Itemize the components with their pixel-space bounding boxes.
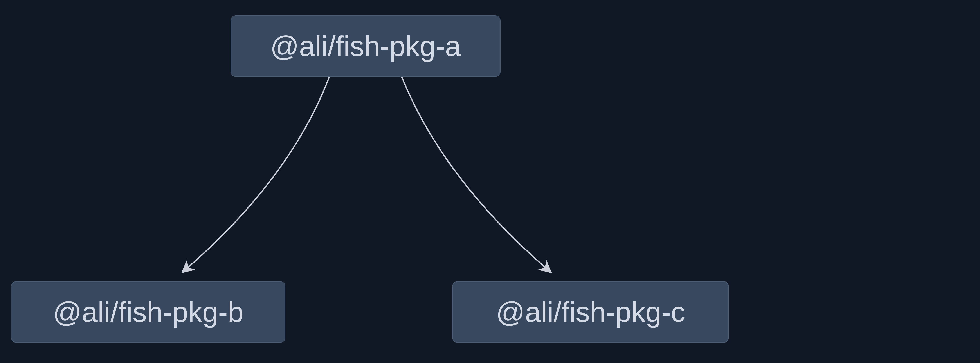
package-label: @ali/fish-pkg-c [496,296,685,328]
edge-a-to-b [182,77,329,272]
package-node-a: @ali/fish-pkg-a [231,15,501,77]
package-node-b: @ali/fish-pkg-b [11,281,285,343]
package-label: @ali/fish-pkg-b [53,296,244,328]
edge-a-to-c [402,77,551,272]
package-label: @ali/fish-pkg-a [270,30,461,62]
package-node-c: @ali/fish-pkg-c [452,281,729,343]
